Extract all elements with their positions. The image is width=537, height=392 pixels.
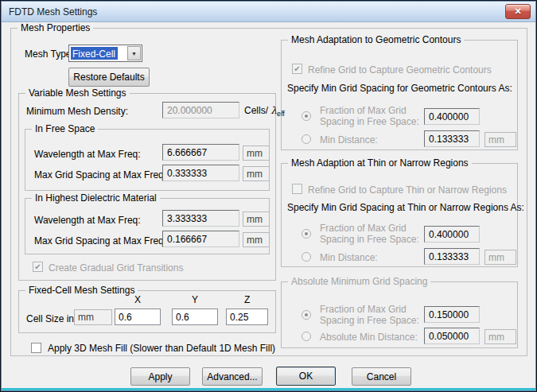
geometric-contours-title: Mesh Adaptation to Geometric Contours — [288, 34, 464, 45]
min-mesh-density-field: 20.000000 — [162, 102, 239, 118]
apply-3d-mesh-fill-label[interactable]: Apply 3D Mesh Fill (Slower than Default … — [48, 343, 275, 354]
gc-min-distance-radio — [302, 134, 311, 144]
abs-fraction-radio — [302, 310, 311, 320]
free-space-wavelength-label: Wavelength at Max Freq: — [34, 149, 141, 160]
close-icon: ✕ — [514, 6, 521, 17]
refine-thin-narrow-label: Refine Grid to Capture Thin or Narrow Re… — [308, 184, 507, 196]
dielectric-wavelength-label: Wavelength at Max Freq: — [34, 215, 141, 226]
tn-fraction-label: Fraction of Max GridSpacing in Free Spac… — [320, 223, 419, 245]
dielectric-max-grid-field: 0.166667 — [162, 231, 239, 247]
tn-fraction-radio — [302, 229, 311, 239]
mesh-type-combobox[interactable]: Fixed-Cell ▼ — [68, 45, 142, 62]
in-free-space-title: In Free Space — [32, 123, 98, 134]
free-space-max-grid-field: 0.333333 — [162, 165, 239, 181]
tn-min-distance-field: 0.133333 — [424, 248, 480, 265]
free-space-max-grid-label: Max Grid Spacing at Max Freq: — [34, 169, 166, 180]
mesh-type-selected-value: Fixed-Cell — [71, 47, 118, 60]
free-space-wavelength-field: 6.666667 — [162, 144, 239, 161]
restore-defaults-button[interactable]: Restore Defaults — [68, 68, 150, 87]
variable-mesh-settings-title: Variable Mesh Settings — [25, 87, 130, 99]
dielectric-max-grid-label: Max Grid Spacing at Max Freq: — [34, 235, 166, 246]
mesh-type-label: Mesh Type: — [25, 49, 74, 60]
refine-geometric-contours-label: Refine Grid to Capture Geometric Contour… — [308, 64, 492, 76]
gc-fraction-field: 0.400000 — [424, 108, 480, 125]
tn-min-distance-radio — [302, 252, 311, 262]
min-mesh-density-label: Minimum Mesh Density: — [26, 106, 128, 117]
cell-size-label: Cell Size in — [26, 313, 74, 324]
abs-min-distance-radio — [302, 332, 311, 341]
ok-button[interactable]: OK — [276, 367, 336, 386]
gradual-transitions-checkbox: ✔ — [33, 262, 43, 272]
cell-size-z-input[interactable] — [226, 309, 268, 325]
tn-fraction-field: 0.400000 — [424, 226, 480, 243]
apply-button[interactable]: Apply — [130, 367, 190, 386]
free-space-wavelength-unit-field: mm — [243, 146, 270, 161]
dielectric-max-grid-unit-field: mm — [243, 232, 270, 247]
gc-fraction-radio — [302, 111, 311, 121]
dielectric-title: In Highest Dielectric Material — [32, 192, 160, 204]
cell-size-x-input[interactable] — [115, 309, 161, 325]
cell-size-y-input[interactable] — [172, 309, 218, 325]
dielectric-wavelength-field: 3.333333 — [162, 210, 239, 227]
abs-min-distance-unit-field: mm — [484, 329, 516, 344]
abs-fraction-field: 0.150000 — [424, 306, 480, 323]
geometric-contours-group: Mesh Adaptation to Geometric Contours — [281, 40, 518, 150]
cell-size-unit-field: mm — [74, 309, 112, 325]
lambda-symbol: λ — [270, 105, 277, 116]
thin-narrow-group: Mesh Adaption at Thin or Narrow Regions — [281, 163, 518, 267]
fdtd-mesh-settings-dialog: FDTD Mesh Settings ✕ Mesh Properties Mes… — [0, 0, 537, 392]
gc-min-distance-label: Min Distance: — [320, 134, 378, 146]
gc-fraction-label: Fraction of Max GridSpacing in Free Spac… — [320, 105, 419, 127]
close-button[interactable]: ✕ — [505, 4, 531, 19]
min-mesh-density-unit: Cells/ λeff — [244, 105, 285, 119]
titlebar[interactable]: FDTD Mesh Settings ✕ — [2, 2, 535, 22]
abs-min-distance-label: Absolute Min Distance: — [320, 332, 418, 343]
advanced-button[interactable]: Advanced... — [202, 367, 263, 386]
specify-geometric-contours-label: Specify Min Grid Spacing for Geometric C… — [287, 83, 512, 94]
apply-3d-mesh-fill-checkbox[interactable] — [31, 343, 41, 353]
column-header-y: Y — [192, 294, 198, 305]
refine-geometric-contours-checkbox: ✔ — [292, 64, 302, 74]
window-frame-bottom — [2, 388, 535, 390]
fixed-cell-title: Fixed-Cell Mesh Settings — [25, 285, 138, 296]
dielectric-wavelength-unit-field: mm — [243, 212, 270, 227]
window-title: FDTD Mesh Settings — [9, 6, 97, 17]
check-icon: ✔ — [34, 262, 41, 271]
thin-narrow-title: Mesh Adaption at Thin or Narrow Regions — [288, 157, 472, 169]
tn-min-distance-label: Min Distance: — [320, 252, 378, 263]
gc-min-distance-unit-field: mm — [484, 132, 516, 147]
mesh-properties-group-title: Mesh Properties — [18, 22, 93, 33]
absolute-min-title: Absolute Minimum Grid Spacing — [288, 276, 430, 287]
column-header-z: Z — [244, 294, 250, 305]
check-icon: ✔ — [294, 64, 300, 73]
refine-thin-narrow-checkbox — [292, 184, 302, 194]
cancel-button[interactable]: Cancel — [352, 367, 411, 386]
free-space-max-grid-unit-field: mm — [243, 166, 270, 181]
chevron-down-icon: ▼ — [127, 46, 141, 60]
gc-min-distance-field: 0.133333 — [424, 130, 480, 147]
specify-thin-narrow-label: Specify Min Grid Spacing at Thin or Narr… — [287, 202, 524, 213]
abs-fraction-label: Fraction of Max GridSpacing in Free Spac… — [320, 304, 419, 326]
abs-min-distance-field: 0.050000 — [424, 328, 480, 344]
tn-min-distance-unit-field: mm — [484, 250, 516, 265]
column-header-x: X — [134, 294, 141, 305]
gradual-transitions-label: Create Gradual Grid Transitions — [49, 262, 183, 274]
